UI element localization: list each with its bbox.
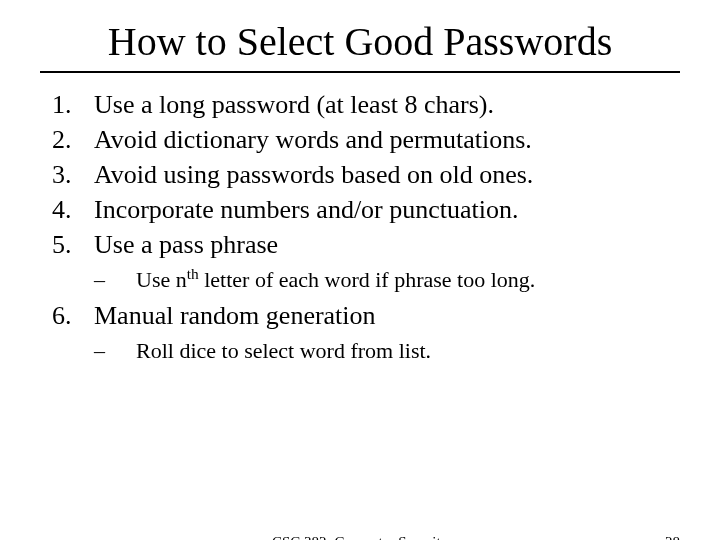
item-text: Incorporate numbers and/or punctuation. xyxy=(94,192,680,227)
item-number: 2. xyxy=(52,122,94,157)
sub-list-item: – Roll dice to select word from list. xyxy=(94,333,680,368)
list-item: 4. Incorporate numbers and/or punctuatio… xyxy=(52,192,680,227)
bullet-dash: – xyxy=(94,333,136,368)
slide: How to Select Good Passwords 1. Use a lo… xyxy=(0,18,720,540)
item-text: Avoid using passwords based on old ones. xyxy=(94,157,680,192)
list-item: 6. Manual random generation xyxy=(52,298,680,333)
list-item: 5. Use a pass phrase xyxy=(52,227,680,262)
sub-item-post: letter of each word if phrase too long. xyxy=(199,267,536,292)
item-number: 1. xyxy=(52,87,94,122)
sub-item-pre: Use n xyxy=(136,267,187,292)
sub-list-item: – Use nth letter of each word if phrase … xyxy=(94,262,680,297)
title-underline xyxy=(40,71,680,73)
item-text: Avoid dictionary words and permutations. xyxy=(94,122,680,157)
list-item: 2. Avoid dictionary words and permutatio… xyxy=(52,122,680,157)
item-text: Manual random generation xyxy=(94,298,680,333)
item-text: Use a pass phrase xyxy=(94,227,680,262)
sub-item-text: Use nth letter of each word if phrase to… xyxy=(136,262,680,297)
content-list: 1. Use a long password (at least 8 chars… xyxy=(52,87,680,368)
sub-item-text: Roll dice to select word from list. xyxy=(136,333,680,368)
footer-course: CSC 382: Computer Security xyxy=(0,534,720,540)
item-text: Use a long password (at least 8 chars). xyxy=(94,87,680,122)
list-item: 1. Use a long password (at least 8 chars… xyxy=(52,87,680,122)
item-number: 5. xyxy=(52,227,94,262)
list-item: 3. Avoid using passwords based on old on… xyxy=(52,157,680,192)
page-number: 28 xyxy=(665,534,680,540)
item-number: 6. xyxy=(52,298,94,333)
slide-title: How to Select Good Passwords xyxy=(40,18,680,65)
bullet-dash: – xyxy=(94,262,136,297)
item-number: 4. xyxy=(52,192,94,227)
superscript: th xyxy=(187,265,199,282)
item-number: 3. xyxy=(52,157,94,192)
